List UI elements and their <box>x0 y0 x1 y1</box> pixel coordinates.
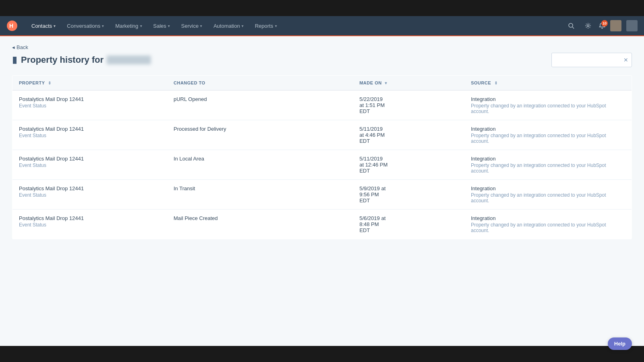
cell-property-3: Postalytics Mail Drop 12441 Event Status <box>12 180 167 210</box>
nav-item-contacts[interactable]: Contacts ▾ <box>26 16 61 36</box>
bottom-decorative-bar <box>0 346 644 362</box>
nav-right-actions: 10 <box>565 20 638 32</box>
cell-source-3: Integration Property changed by an integ… <box>464 180 632 210</box>
table-header: PROPERTY ⇕ CHANGED TO MADE ON ▾ SOURCE ⇕ <box>12 76 632 90</box>
chevron-down-icon: ▾ <box>168 24 170 28</box>
page-title: Property history for <box>21 55 151 65</box>
contact-name-blurred <box>107 56 151 64</box>
cell-property-2: Postalytics Mail Drop 12441 Event Status <box>12 150 167 180</box>
nav-item-conversations[interactable]: Conversations ▾ <box>61 16 109 36</box>
cell-changed-1: Processed for Delivery <box>167 120 353 150</box>
table-row: Postalytics Mail Drop 12441 Event Status… <box>12 120 632 150</box>
user-avatar[interactable] <box>610 20 621 31</box>
chevron-down-icon: ▾ <box>200 24 202 28</box>
cell-changed-4: Mail Piece Created <box>167 210 353 239</box>
column-header-source[interactable]: SOURCE ⇕ <box>464 76 632 90</box>
svg-line-3 <box>572 27 574 29</box>
column-header-property[interactable]: PROPERTY ⇕ <box>12 76 167 90</box>
main-navbar: H Contacts ▾ Conversations ▾ Marketing ▾… <box>0 16 644 36</box>
cell-made-on-3: 5/9/2019 at9:56 PMEDT <box>353 180 464 210</box>
table-body: Postalytics Mail Drop 12441 Event Status… <box>12 90 632 239</box>
back-arrow-icon: ◂ <box>12 44 15 50</box>
search-box[interactable]: ✕ <box>551 53 632 67</box>
sort-icon: ⇕ <box>494 81 498 85</box>
nav-item-automation[interactable]: Automation ▾ <box>208 16 249 36</box>
cell-property-4: Postalytics Mail Drop 12441 Event Status <box>12 210 167 239</box>
chevron-down-icon: ▾ <box>140 24 142 28</box>
sort-icon: ⇕ <box>48 81 52 85</box>
pipedrive-icon: ▮ <box>12 55 17 65</box>
close-icon[interactable]: ✕ <box>623 57 628 63</box>
column-header-changed-to[interactable]: CHANGED TO <box>167 76 353 90</box>
brand-logo[interactable]: H <box>6 20 18 31</box>
settings-icon[interactable] <box>582 20 594 32</box>
svg-point-2 <box>569 23 573 27</box>
cell-property-1: Postalytics Mail Drop 12441 Event Status <box>12 120 167 150</box>
column-header-made-on[interactable]: MADE ON ▾ <box>353 76 464 90</box>
chevron-down-icon: ▾ <box>275 24 277 28</box>
chevron-down-icon: ▾ <box>242 24 244 28</box>
notifications-button[interactable]: 10 <box>599 23 605 29</box>
cell-changed-3: In Transit <box>167 180 353 210</box>
nav-item-reports[interactable]: Reports ▾ <box>249 16 283 36</box>
search-icon[interactable] <box>565 20 577 32</box>
table-row: Postalytics Mail Drop 12441 Event Status… <box>12 180 632 210</box>
table-row: Postalytics Mail Drop 12441 Event Status… <box>12 150 632 180</box>
svg-text:H: H <box>9 23 13 29</box>
nav-item-marketing[interactable]: Marketing ▾ <box>109 16 147 36</box>
back-link[interactable]: ◂ Back <box>12 44 632 50</box>
nav-items-list: Contacts ▾ Conversations ▾ Marketing ▾ S… <box>26 16 565 36</box>
nav-item-sales[interactable]: Sales ▾ <box>148 16 176 36</box>
cell-source-2: Integration Property changed by an integ… <box>464 150 632 180</box>
cell-made-on-1: 5/11/2019at 4:46 PMEDT <box>353 120 464 150</box>
table-row: Postalytics Mail Drop 12441 Event Status… <box>12 90 632 120</box>
search-input[interactable] <box>555 57 623 63</box>
page-header: ▮ Property history for ✕ <box>12 53 632 67</box>
cell-changed-2: In Local Area <box>167 150 353 180</box>
cell-source-1: Integration Property changed by an integ… <box>464 120 632 150</box>
main-content: ◂ Back ▮ Property history for ✕ PROPERTY… <box>0 36 644 346</box>
secondary-avatar[interactable] <box>626 20 638 31</box>
notification-count: 10 <box>601 20 608 27</box>
property-history-table: PROPERTY ⇕ CHANGED TO MADE ON ▾ SOURCE ⇕ <box>12 75 632 239</box>
chevron-down-icon: ▾ <box>54 24 56 28</box>
cell-made-on-4: 5/6/2019 at8:48 PMEDT <box>353 210 464 239</box>
page-title-section: ▮ Property history for <box>12 55 151 65</box>
cell-source-0: Integration Property changed by an integ… <box>464 90 632 120</box>
help-button[interactable]: Help <box>608 337 632 350</box>
cell-made-on-2: 5/11/2019at 12:46 PMEDT <box>353 150 464 180</box>
cell-changed-0: pURL Opened <box>167 90 353 120</box>
sort-active-icon: ▾ <box>385 81 387 85</box>
cell-made-on-0: 5/22/2019at 1:51 PMEDT <box>353 90 464 120</box>
top-decorative-bar <box>0 0 644 16</box>
nav-item-service[interactable]: Service ▾ <box>175 16 208 36</box>
cell-property-0: Postalytics Mail Drop 12441 Event Status <box>12 90 167 120</box>
svg-point-4 <box>587 25 589 27</box>
chevron-down-icon: ▾ <box>102 24 104 28</box>
table-row: Postalytics Mail Drop 12441 Event Status… <box>12 210 632 239</box>
cell-source-4: Integration Property changed by an integ… <box>464 210 632 239</box>
